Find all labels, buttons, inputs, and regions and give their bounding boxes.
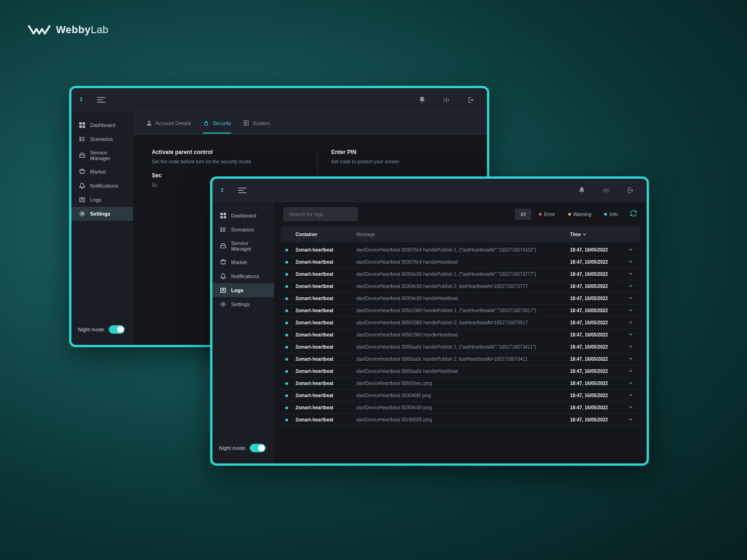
logout-icon[interactable] (622, 182, 638, 198)
expand-row-icon[interactable] (626, 247, 635, 253)
status-dot-icon (285, 320, 296, 325)
sidebar-item-dashboard[interactable]: Dashboard (71, 118, 133, 132)
expand-row-icon[interactable] (626, 259, 635, 265)
signal-icon[interactable] (438, 92, 454, 108)
brand-text: WebbyLab (56, 24, 108, 36)
menu-toggle-icon[interactable] (238, 188, 247, 193)
filter-dot-icon (604, 213, 607, 216)
col-message[interactable]: Message (356, 232, 570, 237)
log-time: 18:47, 16/05/2022 (570, 308, 626, 313)
log-container: 2smart-heartbeat (296, 259, 356, 265)
status-dot-icon (285, 381, 296, 386)
night-mode-row: Night mode (212, 439, 274, 457)
night-mode-label: Night mode (219, 445, 245, 451)
bell-icon[interactable] (574, 182, 590, 198)
expand-row-icon[interactable] (626, 332, 635, 338)
scenarios-icon (220, 226, 226, 233)
sidebar-item-logs[interactable]: Logs (71, 193, 133, 207)
log-container: 2smart-heartbeat (296, 247, 356, 252)
parent-control-title: Activate parent control (152, 149, 289, 155)
sidebar-item-market[interactable]: Market (212, 255, 274, 269)
expand-row-icon[interactable] (626, 308, 635, 314)
log-message: startDeviceHeartbeat 00561960 handlePubl… (356, 308, 570, 313)
expand-row-icon[interactable] (626, 296, 635, 301)
bell-icon[interactable] (414, 92, 430, 108)
sidebar-item-settings[interactable]: Settings (212, 297, 274, 311)
log-row[interactable]: 2smart-heartbeatstartDeviceHeartbeat 008… (281, 341, 640, 353)
expand-row-icon[interactable] (626, 284, 635, 289)
night-mode-toggle[interactable] (109, 325, 125, 334)
sidebar-item-label: Market (90, 169, 106, 175)
night-mode-toggle[interactable] (250, 444, 266, 452)
log-row[interactable]: 2smart-heartbeatstartDeviceHeartbeat 003… (281, 402, 640, 414)
tab-security[interactable]: Security (203, 112, 231, 133)
sidebar-item-scenarios[interactable]: Scenarios (71, 132, 133, 146)
tab-account-details[interactable]: Account Details (146, 112, 191, 133)
col-time[interactable]: Time (570, 232, 626, 237)
tab-label: Security (212, 120, 231, 126)
filter-label: Warning (573, 211, 592, 217)
sidebar-item-logs[interactable]: Logs (212, 283, 274, 297)
expand-row-icon[interactable] (626, 405, 635, 411)
service-manager-icon (220, 243, 226, 249)
topbar: 2 (212, 179, 647, 202)
market-icon (220, 259, 226, 266)
log-row[interactable]: 2smart-heartbeatstartDeviceHeartbeat 003… (281, 244, 640, 256)
log-row[interactable]: 2smart-heartbeatstartDeviceHeartbeat 005… (281, 305, 640, 317)
signal-icon[interactable] (598, 182, 614, 198)
expand-row-icon[interactable] (626, 357, 635, 362)
log-row[interactable]: 2smart-heartbeatstartDeviceHeartbeat 003… (281, 293, 640, 305)
log-time: 18:47, 16/05/2022 (570, 332, 626, 337)
expand-row-icon[interactable] (626, 381, 635, 386)
sidebar-item-notifications[interactable]: Notifications (212, 269, 274, 283)
col-container[interactable]: Container (296, 232, 356, 237)
log-row[interactable]: 2smart-heartbeatstartDeviceHeartbeat 005… (281, 317, 640, 329)
log-message: startDeviceHeartbeat 003076c4 handleHear… (356, 259, 570, 265)
search-input[interactable] (289, 211, 353, 217)
log-row[interactable]: 2smart-heartbeatstartDeviceHeartbeat 005… (281, 329, 640, 341)
expand-row-icon[interactable] (626, 272, 635, 277)
scenarios-icon (79, 136, 85, 142)
status-dot-icon (285, 284, 296, 289)
log-container: 2smart-heartbeat (296, 284, 356, 289)
filter-error[interactable]: Error (533, 209, 560, 220)
sidebar-item-service-manager[interactable]: Service Manager (71, 146, 133, 165)
log-row[interactable]: 2smart-heartbeatstartDeviceHeartbeat 00c… (281, 414, 640, 426)
filter-all[interactable]: All (515, 209, 532, 220)
filter-info[interactable]: Info (599, 209, 623, 220)
sidebar-item-label: Dashboard (231, 213, 256, 218)
sidebar-item-label: Settings (231, 301, 250, 307)
expand-row-icon[interactable] (626, 344, 635, 350)
log-row[interactable]: 2smart-heartbeatstartDeviceHeartbeat 008… (281, 353, 640, 365)
log-container: 2smart-heartbeat (296, 357, 356, 362)
log-row[interactable]: 2smart-heartbeatstartDeviceHeartbeat 005… (281, 378, 640, 390)
expand-row-icon[interactable] (626, 417, 635, 423)
menu-toggle-icon[interactable] (97, 97, 106, 103)
expand-row-icon[interactable] (626, 320, 635, 326)
logout-icon[interactable] (463, 92, 479, 108)
log-container: 2smart-heartbeat (296, 296, 356, 301)
log-row[interactable]: 2smart-heartbeatstartDeviceHeartbeat 003… (281, 280, 640, 293)
log-container: 2smart-heartbeat (296, 308, 356, 313)
sidebar-item-notifications[interactable]: Notifications (71, 179, 133, 193)
log-filters: AllErrorWarningInfo (515, 209, 623, 220)
settings-tabs: Account DetailsSecuritySystem (133, 112, 487, 135)
log-row[interactable]: 2smart-heartbeatstartDeviceHeartbeat 003… (281, 256, 640, 268)
search-box[interactable] (283, 207, 358, 221)
sidebar: DashboardScenariosService ManagerMarketN… (212, 202, 274, 463)
window-logs: 2 DashboardScenariosService ManagerMarke… (210, 176, 649, 466)
expand-row-icon[interactable] (626, 369, 635, 374)
refresh-icon[interactable] (630, 210, 637, 219)
expand-row-icon[interactable] (626, 393, 635, 399)
log-row[interactable]: 2smart-heartbeatstartDeviceHeartbeat 003… (281, 268, 640, 280)
sidebar-item-scenarios[interactable]: Scenarios (212, 223, 274, 237)
log-row[interactable]: 2smart-heartbeatstartDeviceHeartbeat 003… (281, 390, 640, 402)
sidebar-item-service-manager[interactable]: Service Manager (212, 237, 274, 255)
tab-system[interactable]: System (243, 112, 270, 133)
sidebar-item-settings[interactable]: Settings (71, 207, 133, 221)
sidebar-item-market[interactable]: Market (71, 165, 133, 179)
filter-warning[interactable]: Warning (563, 209, 597, 220)
log-row[interactable]: 2smart-heartbeatstartDeviceHeartbeat 008… (281, 365, 640, 378)
sidebar-item-dashboard[interactable]: Dashboard (212, 209, 274, 223)
log-time: 18:47, 16/05/2022 (570, 417, 626, 422)
